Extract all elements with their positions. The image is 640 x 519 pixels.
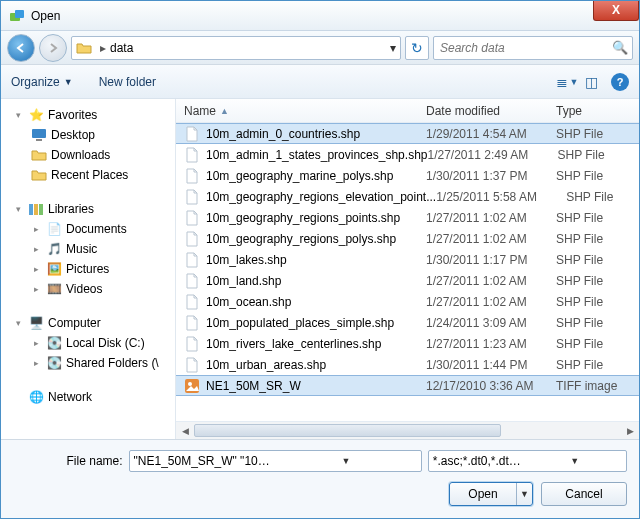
file-type: SHP File xyxy=(566,190,639,204)
table-row[interactable]: 10m_geography_regions_elevation_point...… xyxy=(176,186,639,207)
table-row[interactable]: 10m_land.shp1/27/2011 1:02 AMSHP File xyxy=(176,270,639,291)
file-name: 10m_rivers_lake_centerlines.shp xyxy=(206,337,381,351)
sidebar-item-downloads[interactable]: Downloads xyxy=(5,145,171,165)
music-icon: 🎵 xyxy=(46,241,62,257)
libraries-group: ▾Libraries ▸📄Documents ▸🎵Music ▸🖼️Pictur… xyxy=(5,199,171,299)
table-row[interactable]: 10m_admin_0_countries.shp1/29/2011 4:54 … xyxy=(176,123,639,144)
sidebar-item-computer[interactable]: ▾🖥️Computer xyxy=(5,313,171,333)
horizontal-scrollbar[interactable]: ◀ ▶ xyxy=(176,421,639,439)
table-row[interactable]: 10m_populated_places_simple.shp1/24/2011… xyxy=(176,312,639,333)
open-split-dropdown[interactable]: ▼ xyxy=(516,483,532,505)
chevron-down-icon[interactable]: ▼ xyxy=(275,456,417,466)
sidebar-item-desktop[interactable]: Desktop xyxy=(5,125,171,145)
filetype-filter[interactable]: *.asc;*.dt0,*.dt1,*.dt2;*.ecw;*.gif▼ xyxy=(428,450,627,472)
pictures-icon: 🖼️ xyxy=(46,261,62,277)
cancel-button[interactable]: Cancel xyxy=(541,482,627,506)
title-bar: Open X xyxy=(1,1,639,31)
view-options-button[interactable]: ≣ ▼ xyxy=(555,71,579,93)
forward-button[interactable] xyxy=(39,34,67,62)
back-button[interactable] xyxy=(7,34,35,62)
videos-icon: 🎞️ xyxy=(46,281,62,297)
table-row[interactable]: 10m_urban_areas.shp1/30/2011 1:44 PMSHP … xyxy=(176,354,639,375)
table-row[interactable]: 10m_rivers_lake_centerlines.shp1/27/2011… xyxy=(176,333,639,354)
scroll-thumb[interactable] xyxy=(194,424,501,437)
sidebar-item-local-disk[interactable]: ▸💽Local Disk (C:) xyxy=(5,333,171,353)
svg-rect-4 xyxy=(29,204,33,215)
chevron-down-icon[interactable]: ▼ xyxy=(527,456,622,466)
sidebar-item-libraries[interactable]: ▾Libraries xyxy=(5,199,171,219)
computer-group: ▾🖥️Computer ▸💽Local Disk (C:) ▸💽Shared F… xyxy=(5,313,171,373)
column-type[interactable]: Type xyxy=(556,104,639,118)
table-row[interactable]: 10m_geography_regions_polys.shp1/27/2011… xyxy=(176,228,639,249)
scroll-track[interactable] xyxy=(194,422,621,439)
file-date: 1/27/2011 1:02 AM xyxy=(426,211,556,225)
sidebar-item-videos[interactable]: ▸🎞️Videos xyxy=(5,279,171,299)
file-icon xyxy=(184,147,200,163)
toolbar: Organize▼ New folder ≣ ▼ ◫ ? xyxy=(1,65,639,99)
column-name[interactable]: Name▲ xyxy=(176,104,426,118)
file-name: 10m_urban_areas.shp xyxy=(206,358,326,372)
chevron-down-icon[interactable]: ▾ xyxy=(390,41,396,55)
sidebar-item-shared-folders[interactable]: ▸💽Shared Folders (\ xyxy=(5,353,171,373)
file-icon xyxy=(184,189,200,205)
chevron-right-icon: ▸ xyxy=(31,284,42,294)
sidebar-item-music[interactable]: ▸🎵Music xyxy=(5,239,171,259)
svg-rect-1 xyxy=(15,10,24,18)
sidebar-item-favorites[interactable]: ▾⭐Favorites xyxy=(5,105,171,125)
nav-bar: ▸ data ▾ ↻ 🔍 xyxy=(1,31,639,65)
chevron-right-icon: ▸ xyxy=(31,338,42,348)
close-button[interactable]: X xyxy=(593,1,639,21)
new-folder-button[interactable]: New folder xyxy=(99,75,156,89)
filename-input[interactable]: "NE1_50M_SR_W" "10m_admin_0_countries.sh… xyxy=(129,450,422,472)
sidebar-item-documents[interactable]: ▸📄Documents xyxy=(5,219,171,239)
table-row[interactable]: 10m_geography_marine_polys.shp1/30/2011 … xyxy=(176,165,639,186)
open-dialog: Open X ▸ data ▾ ↻ 🔍 Organize▼ New folder… xyxy=(0,0,640,519)
filename-row: File name: "NE1_50M_SR_W" "10m_admin_0_c… xyxy=(13,450,627,472)
table-row[interactable]: 10m_ocean.shp1/27/2011 1:02 AMSHP File xyxy=(176,291,639,312)
file-icon xyxy=(184,294,200,310)
search-input[interactable] xyxy=(438,40,612,56)
file-name: 10m_geography_regions_elevation_point... xyxy=(206,190,436,204)
preview-pane-button[interactable]: ◫ xyxy=(579,71,603,93)
chevron-right-icon: ▸ xyxy=(31,358,42,368)
file-name: 10m_geography_regions_polys.shp xyxy=(206,232,396,246)
file-date: 1/27/2011 1:02 AM xyxy=(426,295,556,309)
table-row[interactable]: NE1_50M_SR_W12/17/2010 3:36 AMTIFF image xyxy=(176,375,639,396)
file-icon xyxy=(184,336,200,352)
folder-icon xyxy=(31,167,47,183)
open-button[interactable]: Open▼ xyxy=(449,482,533,506)
sidebar-item-recent[interactable]: Recent Places xyxy=(5,165,171,185)
svg-rect-5 xyxy=(34,204,38,215)
chevron-right-icon: ▸ xyxy=(31,244,42,254)
organize-menu[interactable]: Organize▼ xyxy=(11,75,73,89)
sidebar-item-network[interactable]: 🌐Network xyxy=(5,387,171,407)
sidebar-item-pictures[interactable]: ▸🖼️Pictures xyxy=(5,259,171,279)
file-icon xyxy=(184,315,200,331)
scroll-left-icon[interactable]: ◀ xyxy=(176,422,194,439)
network-drive-icon: 💽 xyxy=(46,355,62,371)
table-row[interactable]: 10m_admin_1_states_provinces_shp.shp1/27… xyxy=(176,144,639,165)
column-date[interactable]: Date modified xyxy=(426,104,556,118)
file-type: SHP File xyxy=(556,127,639,141)
file-type: SHP File xyxy=(557,148,639,162)
breadcrumb-segment[interactable]: data xyxy=(110,41,133,55)
refresh-button[interactable]: ↻ xyxy=(405,36,429,60)
star-icon: ⭐ xyxy=(28,107,44,123)
file-name: 10m_land.shp xyxy=(206,274,281,288)
file-icon xyxy=(184,168,200,184)
search-box[interactable]: 🔍 xyxy=(433,36,633,60)
body: ▾⭐Favorites Desktop Downloads Recent Pla… xyxy=(1,99,639,439)
file-type: SHP File xyxy=(556,169,639,183)
drive-icon: 💽 xyxy=(46,335,62,351)
sort-asc-icon: ▲ xyxy=(220,106,229,116)
file-name: 10m_geography_regions_points.shp xyxy=(206,211,400,225)
window-title: Open xyxy=(31,9,60,23)
table-row[interactable]: 10m_lakes.shp1/30/2011 1:17 PMSHP File xyxy=(176,249,639,270)
breadcrumb[interactable]: ▸ data ▾ xyxy=(71,36,401,60)
sidebar: ▾⭐Favorites Desktop Downloads Recent Pla… xyxy=(1,99,176,439)
scroll-right-icon[interactable]: ▶ xyxy=(621,422,639,439)
file-rows: 10m_admin_0_countries.shp1/29/2011 4:54 … xyxy=(176,123,639,421)
chevron-down-icon: ▾ xyxy=(13,204,24,214)
table-row[interactable]: 10m_geography_regions_points.shp1/27/201… xyxy=(176,207,639,228)
help-button[interactable]: ? xyxy=(611,73,629,91)
